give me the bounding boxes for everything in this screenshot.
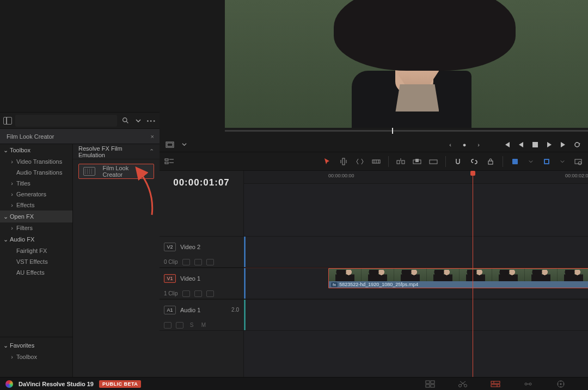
page-edit-icon[interactable] [490,380,501,388]
track-tag[interactable]: V2 [164,243,176,251]
clear-filter-icon[interactable]: × [151,133,154,140]
search-input[interactable] [15,115,117,127]
frame-mini-icon[interactable] [194,259,202,265]
prev-frame-icon[interactable] [516,140,526,150]
selection-tool-icon[interactable] [322,156,333,167]
sidebar-item-effects[interactable]: ›Effects [0,200,72,211]
playhead[interactable] [473,171,473,377]
track-name: Video 1 [180,275,200,282]
chevron-down-icon: ⌄ [3,342,8,349]
lock-mini-icon[interactable] [164,322,171,329]
trim-tool-icon[interactable] [338,156,349,167]
next-edit-icon[interactable]: › [474,140,483,150]
svg-rect-17 [426,381,430,383]
sidebar-favorites[interactable]: ⌄ Favorites [0,339,72,351]
marker-icon[interactable] [541,156,552,167]
lock-icon[interactable] [485,156,496,167]
panel-layout-icon[interactable] [3,117,12,125]
link-icon[interactable] [469,156,480,167]
sidebar-item-label: Toolbox [16,354,37,360]
sidebar-item-titles[interactable]: ›Titles [0,178,72,189]
lock-mini-icon[interactable] [182,259,190,265]
sidebar-toolbox[interactable]: ⌄ Toolbox [0,144,72,156]
insert-clip-icon[interactable] [395,156,406,167]
sidebar-item-fairlight[interactable]: Fairlight FX [0,245,72,256]
app-logo-icon [5,380,13,388]
flag-icon[interactable] [510,156,520,167]
svg-point-21 [459,384,462,387]
effect-film-look-creator[interactable]: Film Look Creator [78,164,154,179]
sidebar-item-generators[interactable]: ›Generators [0,189,72,200]
disable-mini-icon[interactable] [206,290,214,297]
timeline-ruler[interactable]: 00:00:00:00 00:00:02:00 [244,171,588,184]
timeline-tracks[interactable]: 00:00:00:00 00:00:02:00 [244,171,588,377]
solo-mini-icon[interactable]: S [188,322,195,329]
prev-edit-icon[interactable]: ‹ [445,140,455,150]
svg-rect-10 [402,160,405,164]
stop-icon[interactable] [530,140,540,150]
mute-mini-icon[interactable]: M [200,322,207,329]
frame-mini-icon[interactable] [176,322,183,329]
zoom-icon[interactable] [573,156,584,167]
timecode-display[interactable]: 00:00:01:07 [160,171,243,195]
track-lane-v2[interactable] [244,236,588,257]
sidebar-item-filters[interactable]: ›Filters [0,222,72,233]
track-head-a1[interactable]: A1 Audio 1 2.0 [160,299,243,320]
timeline-options-icon[interactable] [164,156,175,167]
svg-point-16 [578,162,581,165]
sidebar-item-label: Generators [16,191,46,197]
disable-mini-icon[interactable] [206,259,214,265]
sidebar-openfx[interactable]: ⌄ Open FX [0,211,72,222]
snapping-icon[interactable] [452,156,463,167]
chevron-down-icon[interactable] [133,116,143,126]
replace-clip-icon[interactable] [428,156,439,167]
track-head-v2[interactable]: V2 Video 2 [160,236,243,257]
sidebar-item-favorites-toolbox[interactable]: ›Toolbox [0,351,72,362]
effects-content: Resolve FX Film Emulation ⌃ Film Look Cr… [73,144,160,377]
clip-filename: 5823522-hd_1920_1080_25fps.mp4 [339,282,418,287]
sidebar-item-audio-transitions[interactable]: Audio Transitions [0,167,72,178]
go-start-icon[interactable] [502,140,512,150]
viewer-scrubber[interactable] [225,130,588,132]
channel-count: 2.0 [231,307,239,313]
page-color-icon[interactable] [555,380,566,388]
sidebar-item-video-transitions[interactable]: ›Video Transitions [0,156,72,167]
safe-area-icon[interactable] [165,140,175,150]
page-fusion-icon[interactable] [523,380,534,388]
track-head-v1[interactable]: V1 Video 1 [160,268,243,288]
track-lane-v1[interactable]: fx 5823522-hd_1920_1080_25fps.mp4 [244,268,588,288]
effects-category-header[interactable]: Resolve FX Film Emulation ⌃ [73,144,160,159]
chevron-down-icon: ⌄ [3,147,8,154]
active-filter-chip: Film Look Creator × [0,129,160,144]
scrubber-handle[interactable] [392,128,393,134]
chevron-down-icon[interactable] [558,157,567,166]
play-icon[interactable] [544,140,554,150]
more-options-icon[interactable]: ••• [146,117,156,124]
viewer-image[interactable] [225,0,588,128]
go-end-icon[interactable] [559,140,568,150]
clip[interactable]: fx 5823522-hd_1920_1080_25fps.mp4 [328,268,588,288]
effects-panel: ••• Film Look Creator × ⌄ Toolbox ›Video… [0,0,160,377]
track-tag[interactable]: V1 [164,274,176,283]
sidebar-item-vst[interactable]: VST Effects [0,256,72,267]
dynamic-trim-icon[interactable] [354,156,365,167]
search-icon[interactable] [120,116,130,126]
overwrite-clip-icon[interactable] [412,156,422,167]
page-cut-icon[interactable] [457,380,468,388]
sidebar-item-au[interactable]: AU Effects [0,267,72,278]
chevron-down-icon: ⌄ [3,213,8,220]
sidebar-audiofx[interactable]: ⌄ Audio FX [0,233,72,245]
track-tag[interactable]: A1 [164,306,176,314]
track-lane-a1[interactable] [244,299,588,320]
svg-rect-18 [431,381,434,383]
chevron-down-icon[interactable] [526,157,536,166]
chevron-down-icon: ⌄ [3,236,8,243]
loop-icon[interactable] [573,140,583,150]
lock-mini-icon[interactable] [182,290,190,297]
marker-dot-icon[interactable]: ● [460,140,469,150]
blade-tool-icon[interactable] [371,156,382,167]
frame-mini-icon[interactable] [194,290,202,297]
chevron-down-icon[interactable] [179,140,189,150]
ruler-tick: 00:00:02:00 [565,173,588,178]
page-media-icon[interactable] [425,380,436,388]
